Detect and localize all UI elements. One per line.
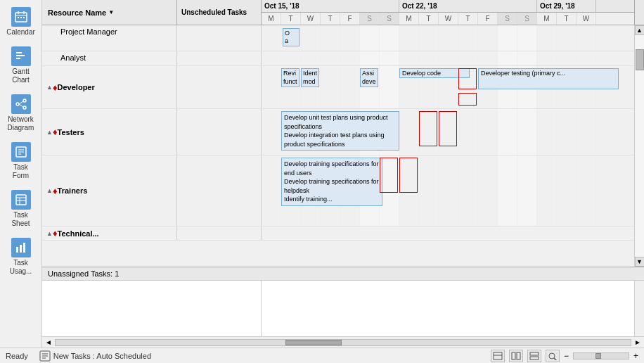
sidebar-item-calendar[interactable]: Calendar [1, 3, 41, 41]
day-W1: W [301, 13, 321, 25]
developer-collapse[interactable]: ▲ [46, 84, 53, 91]
cell-developer-unscheduled [177, 66, 262, 108]
scroll-up-arrow[interactable]: ▲ [635, 25, 645, 35]
dc10 [439, 25, 458, 51]
cell-trainers-name: ▲ ♦ Trainers [42, 155, 177, 226]
svg-rect-30 [494, 352, 502, 359]
row-project-manager: Project Manager Oa [42, 25, 634, 51]
day-S2: S [380, 13, 399, 25]
svg-point-11 [23, 99, 26, 102]
trainers-person-icon: ♦ [53, 186, 58, 196]
sidebar-item-gantt[interactable]: GanttChart [1, 42, 41, 89]
gantt-icon [11, 46, 31, 66]
status-icon-1[interactable] [491, 350, 505, 362]
trainers-collapse[interactable]: ▲ [46, 187, 53, 194]
layout-icon-2 [511, 352, 521, 360]
day-T4: T [458, 13, 478, 25]
calendar-icon [11, 7, 31, 27]
cell-trainers-unscheduled [177, 155, 262, 226]
sidebar-label-network: NetworkDiagram [8, 115, 34, 132]
svg-point-36 [549, 353, 555, 359]
dc6 [360, 25, 380, 51]
technical-collapse[interactable]: ▲ [46, 230, 53, 237]
dc15 [537, 25, 557, 51]
zoom-plus[interactable]: + [633, 351, 638, 361]
sidebar-item-tasksheet[interactable]: TaskSheet [1, 186, 41, 232]
cell-developer-name: ▲ ♦ Developer [42, 66, 177, 108]
zoom-slider-track[interactable] [573, 352, 629, 359]
day-M2: M [399, 13, 419, 25]
row-technical: ▲ ♦ Technical... [42, 227, 634, 241]
svg-rect-8 [16, 55, 25, 56]
dev-task-revi: Revifunct [281, 68, 300, 87]
dc1 [262, 25, 281, 51]
scroll-v-thumb[interactable] [636, 49, 644, 70]
scroll-left-btn[interactable]: ◄ [45, 338, 52, 346]
sidebar-item-network[interactable]: NetworkDiagram [1, 90, 41, 136]
task-usage-area [42, 280, 644, 336]
svg-line-14 [19, 104, 23, 107]
unassigned-label: Unassigned Tasks: 1 [48, 269, 119, 278]
scrollbar-spacer [634, 0, 644, 25]
dev-task-ident: Identmod [301, 68, 319, 87]
svg-point-12 [23, 106, 26, 109]
dev-task-testing: Developer testing (primary c... [478, 68, 619, 89]
svg-line-37 [554, 358, 557, 360]
zoom-minus[interactable]: − [564, 351, 569, 361]
day-M1: M [262, 13, 281, 25]
scroll-h-thumb[interactable] [285, 340, 342, 345]
sidebar: Calendar GanttChart NetworkDiagram TaskF… [0, 0, 42, 348]
day-M3: M [537, 13, 557, 25]
scroll-h-track [55, 339, 631, 346]
cell-testers-unscheduled [177, 109, 262, 155]
gantt-developer-row: Revifunct Identmod Assideve Develop code… [262, 66, 634, 108]
cell-technical-name: ▲ ♦ Technical... [42, 227, 177, 240]
sidebar-item-taskusage[interactable]: TaskUsag... [1, 234, 41, 280]
scroll-right-btn[interactable]: ► [634, 338, 641, 346]
dc3 [301, 25, 321, 51]
day-F2: F [478, 13, 498, 25]
dc13 [498, 25, 517, 51]
dc4 [321, 25, 340, 51]
dc17 [577, 25, 596, 51]
task-usage-left [42, 281, 262, 336]
resource-dropdown-arrow[interactable]: ▼ [108, 9, 114, 15]
svg-rect-35 [530, 357, 539, 359]
svg-point-10 [16, 103, 19, 106]
status-icon-4[interactable] [546, 350, 560, 362]
technical-label: Technical... [58, 229, 99, 238]
svg-rect-6 [23, 17, 25, 18]
svg-rect-9 [16, 58, 20, 59]
taskform-icon [11, 142, 31, 162]
sidebar-label-taskusage: TaskUsag... [10, 259, 32, 276]
row-developer: ▲ ♦ Developer Revifunct [42, 66, 634, 109]
day-F1: F [340, 13, 360, 25]
developer-label: Developer [58, 83, 95, 91]
scroll-v-track [635, 35, 645, 257]
status-icon-2[interactable] [509, 350, 523, 362]
week-oct15-label: Oct 15, '18 [262, 0, 399, 12]
testers-collapse[interactable]: ▲ [46, 129, 53, 136]
scroll-down-arrow[interactable]: ▼ [635, 257, 645, 267]
dc5 [340, 25, 360, 51]
svg-rect-4 [18, 17, 19, 18]
network-icon [11, 94, 31, 114]
vertical-scrollbar: ▲ ▼ [634, 25, 644, 267]
testers-outline-red-1 [419, 111, 437, 146]
sidebar-item-taskform[interactable]: TaskForm [1, 138, 41, 184]
resource-name-header: Resource Name ▼ [42, 0, 177, 25]
sidebar-label-gantt: GanttChart [12, 68, 29, 84]
layout-icon-3 [529, 352, 539, 360]
cell-pm-unscheduled [177, 25, 262, 51]
gantt-pm-row: Oa [262, 25, 634, 51]
day-T1: T [281, 13, 301, 25]
svg-rect-19 [16, 195, 26, 205]
sidebar-label-taskform: TaskForm [13, 163, 29, 180]
svg-rect-24 [20, 245, 22, 253]
status-icon-3[interactable] [527, 350, 541, 362]
day-T3: T [419, 13, 439, 25]
zoom-slider-thumb[interactable] [595, 353, 601, 359]
cell-project-manager-name: Project Manager [42, 25, 177, 51]
dc2: Oa [281, 25, 301, 51]
row-analyst: Analyst [42, 51, 634, 66]
